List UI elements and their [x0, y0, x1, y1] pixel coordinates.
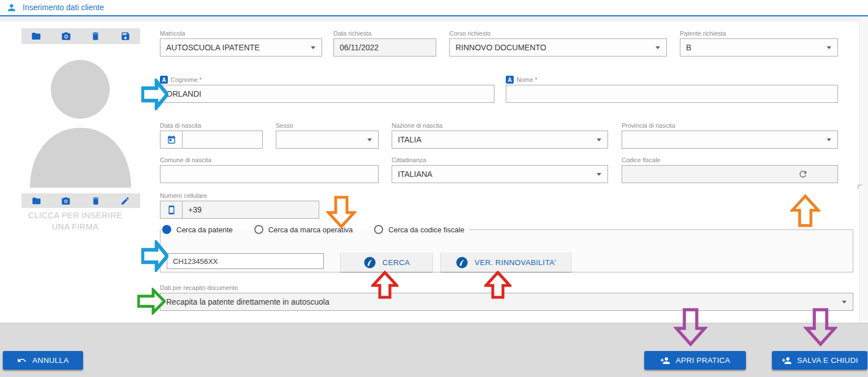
numero-cellulare-field: Numero cellulare +39 [160, 192, 319, 219]
provincia-nascita-label: Provincia di nascita [622, 122, 838, 129]
corso-richiesto-select[interactable]: RINNOVO DOCUMENTO [449, 38, 667, 57]
nazione-nascita-select[interactable]: ITALIA [392, 131, 608, 149]
radio-unselected-icon [254, 225, 263, 234]
radio-selected-icon [162, 225, 171, 234]
nazione-nascita-label: Nazione di nascita [392, 122, 608, 129]
text-field-icon: A [506, 76, 514, 84]
cerca-button[interactable]: CERCA [341, 253, 432, 272]
signature-hint[interactable]: CLICCA PER INSERIRE UNA FIRMA [24, 210, 126, 232]
radio-cerca-da-codice-fiscale[interactable]: Cerca da codice fiscale [374, 225, 464, 234]
orange-arrow-up-refresh [790, 194, 821, 227]
person-add-icon [782, 356, 792, 366]
search-panel: Cerca da patente Cerca da marca operativ… [160, 225, 853, 272]
pencil-icon[interactable] [120, 196, 130, 206]
corso-richiesto-field: Corso richiesto RINNOVO DOCUMENTO [449, 29, 667, 57]
matricola-select[interactable]: AUTOSCUOLA IPATENTE [160, 38, 322, 57]
chevron-down-icon [367, 138, 372, 141]
cognome-input[interactable]: ORLANDI [160, 85, 494, 103]
camera-icon[interactable] [61, 196, 71, 206]
codice-fiscale-input[interactable] [622, 165, 838, 183]
purple-arrow-apri-pratica [674, 308, 708, 346]
chevron-down-icon [842, 301, 847, 304]
codice-fiscale-label: Codice fiscale [622, 156, 838, 164]
data-richiesta-label: Data richiesta [333, 29, 436, 37]
nazione-nascita-field: Nazione di nascita ITALIA [392, 122, 608, 149]
cittadinanza-label: Cittadinanza [392, 156, 608, 164]
smartphone-icon [167, 205, 176, 215]
green-arrow-recapito [137, 288, 166, 315]
blue-arrow-search-input [141, 240, 168, 272]
numero-cellulare-label: Numero cellulare [160, 192, 319, 200]
page-header: Inserimento dati cliente [0, 0, 868, 16]
verifica-rinnovabilita-button[interactable]: VER. RINNOVABILITA' [441, 253, 571, 272]
person-add-icon [660, 356, 670, 366]
patente-richiesta-select[interactable]: B [680, 38, 838, 57]
folder-icon[interactable] [32, 196, 41, 206]
numero-cellulare-input[interactable]: +39 [160, 201, 319, 219]
avatar-placeholder[interactable] [20, 51, 141, 188]
calendar-icon [167, 135, 176, 145]
chevron-down-icon [827, 138, 831, 141]
data-nascita-field: Data di nascita [160, 122, 263, 149]
matricola-label: Matricola [160, 29, 322, 37]
refresh-icon[interactable] [798, 169, 808, 179]
data-nascita-label: Data di nascita [160, 122, 263, 129]
header-strip [0, 16, 868, 21]
comune-nascita-input[interactable] [160, 165, 379, 183]
folder-icon[interactable] [31, 31, 41, 41]
scrollbar-track[interactable] [859, 16, 868, 322]
nome-field: ANome * [506, 76, 838, 103]
annulla-button[interactable]: ANNULLA [3, 351, 83, 370]
salva-e-chiudi-button[interactable]: SALVA E CHIUDI [772, 351, 867, 370]
cittadinanza-select[interactable]: ITALIANA [392, 165, 608, 183]
person-icon [6, 2, 17, 13]
data-richiesta-input[interactable]: 06/11/2022 [333, 38, 436, 57]
blue-arrow-cognome [141, 79, 168, 110]
trash-icon[interactable] [91, 196, 101, 206]
patente-richiesta-field: Patente richiesta B [680, 29, 838, 57]
chevron-down-icon [597, 138, 601, 141]
radio-unselected-icon [374, 225, 383, 234]
sesso-field: Sesso [276, 122, 379, 149]
inserimento-dati-cliente-window: Inserimento dati cliente CLICCA PER INSE… [0, 0, 868, 377]
chevron-down-icon [827, 46, 831, 49]
provincia-nascita-field: Provincia di nascita [622, 122, 838, 149]
purple-arrow-salva-chiudi [804, 308, 837, 346]
page-title: Inserimento dati cliente [23, 0, 104, 15]
resize-grip[interactable] [858, 185, 862, 189]
orange-arrow-down-codice-fiscale-radio [326, 196, 357, 228]
matricola-field: Matricola AUTOSCUOLA IPATENTE [160, 29, 322, 57]
undo-icon [17, 356, 27, 365]
cognome-label: Cognome * [171, 76, 202, 83]
codice-fiscale-field: Codice fiscale [622, 156, 838, 183]
chevron-down-icon [656, 46, 660, 49]
comune-nascita-field: Comune di nascita [160, 156, 379, 183]
nome-label: Nome * [517, 76, 537, 83]
save-icon[interactable] [120, 31, 131, 41]
data-nascita-input[interactable] [160, 131, 263, 149]
nome-input[interactable] [506, 85, 838, 103]
trash-icon[interactable] [90, 31, 101, 41]
chevron-down-icon [597, 173, 601, 176]
comune-nascita-label: Comune di nascita [160, 156, 379, 164]
search-mode-radio-group: Cerca da patente Cerca da marca operativ… [161, 225, 469, 234]
red-arrow-up-rinnovabilita [484, 271, 511, 299]
data-richiesta-field: Data richiesta 06/11/2022 [333, 29, 436, 57]
camera-icon[interactable] [61, 31, 71, 41]
cittadinanza-field: Cittadinanza ITALIANA [392, 156, 608, 183]
portale-automobilista-icon [363, 256, 376, 269]
patente-richiesta-label: Patente richiesta [680, 29, 838, 37]
photo-toolbar [21, 28, 140, 44]
radio-cerca-da-patente[interactable]: Cerca da patente [162, 225, 233, 234]
signature-toolbar [21, 193, 140, 208]
provincia-nascita-select[interactable] [622, 131, 838, 149]
chevron-down-icon [311, 46, 315, 49]
sesso-label: Sesso [276, 122, 379, 129]
cognome-field: ACognome * ORLANDI [160, 76, 494, 103]
portale-automobilista-icon [455, 256, 468, 269]
patente-search-input[interactable] [167, 253, 324, 269]
apri-pratica-button[interactable]: APRI PRATICA [644, 351, 746, 370]
sesso-select[interactable] [276, 131, 379, 149]
corso-richiesto-label: Corso richiesto [449, 29, 667, 37]
red-arrow-up-cerca [371, 271, 398, 299]
